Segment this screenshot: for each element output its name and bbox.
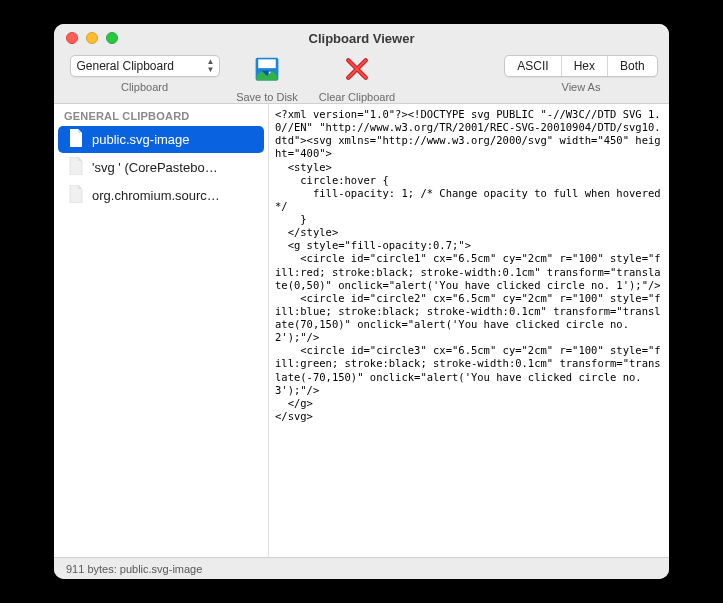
svg-rect-1: [258, 59, 276, 68]
view-hex-button[interactable]: Hex: [562, 56, 608, 76]
content-view[interactable]: <?xml version="1.0"?><!DOCTYPE svg PUBLI…: [269, 104, 669, 557]
sidebar-item-0[interactable]: public.svg-image: [58, 126, 264, 153]
x-icon[interactable]: [343, 55, 371, 87]
clipboard-selector[interactable]: General Clipboard ▲▼: [70, 55, 220, 77]
view-as-segmented: ASCII Hex Both: [504, 55, 657, 77]
sidebar-item-label: org.chromium.sourc…: [92, 188, 220, 203]
save-to-disk-label: Save to Disk: [236, 91, 298, 103]
view-both-button[interactable]: Both: [608, 56, 657, 76]
clipboard-selector-value: General Clipboard: [77, 59, 174, 73]
clipboard-selector-group: General Clipboard ▲▼ Clipboard: [62, 55, 227, 93]
status-text: 911 bytes: public.svg-image: [66, 563, 202, 575]
document-icon: [68, 185, 84, 206]
document-icon: [68, 157, 84, 178]
view-as-group: ASCII Hex Both View As: [501, 55, 661, 93]
view-ascii-button[interactable]: ASCII: [505, 56, 561, 76]
clipboard-selector-label: Clipboard: [121, 81, 168, 93]
app-window: Clipboard Viewer General Clipboard ▲▼ Cl…: [54, 24, 669, 579]
save-to-disk-group: Save to Disk: [227, 55, 307, 103]
sidebar-item-1[interactable]: 'svg ' (CorePastebo…: [58, 154, 264, 181]
statusbar: 911 bytes: public.svg-image: [54, 557, 669, 579]
view-as-label: View As: [562, 81, 601, 93]
floppy-disk-icon[interactable]: [253, 55, 281, 87]
updown-icon: ▲▼: [207, 58, 215, 74]
traffic-lights: [54, 32, 118, 44]
sidebar-item-label: public.svg-image: [92, 132, 190, 147]
window-title: Clipboard Viewer: [54, 31, 669, 46]
toolbar: General Clipboard ▲▼ Clipboard Save to D…: [54, 52, 669, 104]
document-icon: [68, 129, 84, 150]
sidebar-item-2[interactable]: org.chromium.sourc…: [58, 182, 264, 209]
titlebar: Clipboard Viewer: [54, 24, 669, 52]
sidebar: GENERAL CLIPBOARD public.svg-image 'svg …: [54, 104, 269, 557]
clear-clipboard-group: Clear Clipboard: [307, 55, 407, 103]
clear-clipboard-label: Clear Clipboard: [319, 91, 395, 103]
sidebar-header: GENERAL CLIPBOARD: [54, 106, 268, 126]
close-button[interactable]: [66, 32, 78, 44]
minimize-button[interactable]: [86, 32, 98, 44]
sidebar-item-label: 'svg ' (CorePastebo…: [92, 160, 218, 175]
zoom-button[interactable]: [106, 32, 118, 44]
body: GENERAL CLIPBOARD public.svg-image 'svg …: [54, 104, 669, 557]
